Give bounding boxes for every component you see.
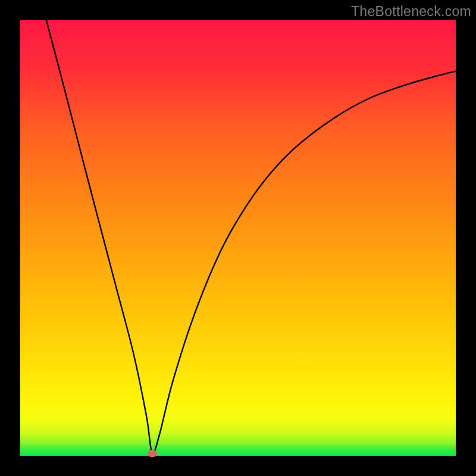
chart-frame: TheBottleneck.com <box>0 0 476 476</box>
optimum-marker <box>148 450 157 457</box>
plot-area <box>20 20 456 456</box>
watermark-text: TheBottleneck.com <box>351 4 471 20</box>
bottleneck-curve <box>46 20 456 453</box>
curve-svg <box>20 20 456 456</box>
